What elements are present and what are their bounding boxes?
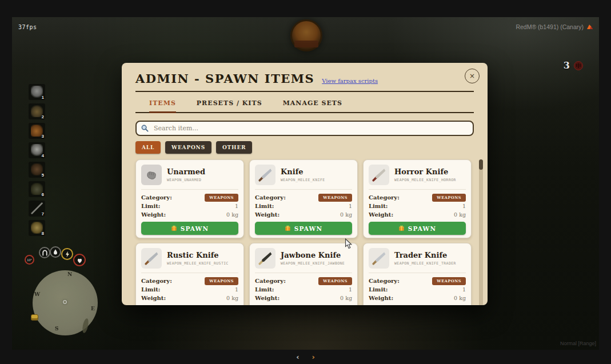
knife-icon bbox=[369, 165, 389, 185]
item-code: WEAPON_MELEE_KNIFE_RUSTIC bbox=[167, 261, 229, 266]
game-viewport: 37fps RedM® (b1491) (Canary) 3 Normal [R… bbox=[12, 17, 599, 350]
search-input[interactable] bbox=[135, 121, 474, 136]
modal-title: ADMIN - SPAWN ITEMS bbox=[135, 71, 314, 86]
water-drop-icon bbox=[50, 246, 61, 258]
voice-count: 3 bbox=[564, 60, 570, 71]
gift-icon bbox=[171, 225, 177, 231]
voice-range-label: Normal [Range] bbox=[560, 341, 596, 346]
spawn-button[interactable]: SPAWN bbox=[255, 222, 352, 235]
brand-label: RedM® (b1491) (Canary) bbox=[516, 23, 584, 30]
hotbar-slot: 7 bbox=[29, 201, 45, 217]
redm-logo-icon bbox=[586, 24, 593, 30]
spawn-items-modal: ADMIN - SPAWN ITEMS View farpax scripts … bbox=[122, 63, 488, 305]
spawn-button[interactable]: SPAWN bbox=[369, 222, 466, 235]
prev-arrow[interactable]: ‹ bbox=[296, 353, 299, 361]
map-terrain-mark bbox=[81, 318, 89, 333]
search-bar bbox=[135, 121, 474, 136]
item-name: Horror Knife bbox=[394, 167, 456, 176]
lightning-icon bbox=[61, 248, 73, 260]
item-name: Knife bbox=[281, 167, 325, 176]
gift-icon bbox=[398, 225, 405, 231]
voice-indicator: 3 bbox=[564, 60, 583, 71]
heart-icon bbox=[73, 254, 86, 266]
category-badge: WEAPONS bbox=[318, 277, 352, 285]
minimap-compass: N W E S bbox=[33, 270, 98, 335]
satchel-icon bbox=[31, 314, 38, 321]
scrollbar-thumb[interactable] bbox=[479, 159, 483, 170]
hotbar-slot: 8 bbox=[29, 220, 45, 236]
knife-icon bbox=[255, 165, 275, 185]
hotbar-slot: 3 bbox=[29, 123, 45, 139]
item-code: WEAPON_MELEE_KNIFE_JAWBONE bbox=[281, 261, 345, 266]
item-name: Rustic Knife bbox=[167, 251, 229, 259]
category-badge: WEAPONS bbox=[205, 277, 238, 285]
item-code: WEAPON_MELEE_KNIFE_HORROR bbox=[394, 178, 456, 182]
close-icon: × bbox=[469, 72, 475, 80]
knife-icon bbox=[369, 248, 389, 269]
hotbar-slot: 2 bbox=[29, 103, 45, 119]
player-marker bbox=[63, 300, 67, 304]
filter-other-button[interactable]: OTHER bbox=[216, 141, 252, 154]
farpax-scripts-link[interactable]: View farpax scripts bbox=[322, 78, 378, 84]
category-badge: WEAPONS bbox=[205, 194, 238, 202]
tab-bar: ITEMS PRESETS / KITS MANAGE SETS bbox=[135, 92, 474, 113]
item-name: Trader Knife bbox=[394, 251, 456, 259]
redm-brand: RedM® (b1491) (Canary) bbox=[516, 23, 593, 30]
filter-bar: ALL WEAPONS OTHER bbox=[135, 141, 474, 154]
filter-weapons-button[interactable]: WEAPONS bbox=[165, 141, 211, 154]
search-icon bbox=[141, 124, 149, 133]
horseshoe-icon bbox=[39, 247, 50, 258]
hotbar-slot: 1 bbox=[29, 84, 45, 100]
modal-header: ADMIN - SPAWN ITEMS View farpax scripts … bbox=[122, 63, 488, 91]
item-card: Rustic Knife WEAPON_MELEE_KNIFE_RUSTIC C… bbox=[135, 243, 244, 305]
items-grid-wrap: Unarmed WEAPON_UNARMED Category:WEAPONS … bbox=[135, 159, 474, 305]
hotbar: 1 2 3 4 5 6 7 8 bbox=[29, 84, 45, 236]
item-card: Unarmed WEAPON_UNARMED Category:WEAPONS … bbox=[135, 159, 244, 238]
server-logo bbox=[290, 19, 322, 51]
fps-counter: 37fps bbox=[18, 24, 37, 30]
temperature-badge: 10° bbox=[25, 255, 34, 265]
spawn-button[interactable]: SPAWN bbox=[141, 222, 238, 235]
next-arrow[interactable]: › bbox=[312, 353, 315, 361]
item-name: Unarmed bbox=[167, 167, 205, 176]
pager: ‹ › bbox=[0, 350, 611, 364]
item-card: Knife WEAPON_MELEE_KNIFE Category:WEAPON… bbox=[249, 159, 358, 238]
tab-items[interactable]: ITEMS bbox=[149, 99, 176, 113]
tab-manage-sets[interactable]: MANAGE SETS bbox=[283, 99, 342, 112]
item-name: Jawbone Knife bbox=[281, 251, 345, 259]
scrollbar-track[interactable] bbox=[479, 159, 483, 305]
item-code: WEAPON_MELEE_KNIFE bbox=[281, 178, 325, 182]
knife-icon bbox=[255, 248, 275, 269]
hotbar-slot: 5 bbox=[29, 162, 45, 178]
item-code: WEAPON_UNARMED bbox=[167, 178, 205, 182]
item-card: Jawbone Knife WEAPON_MELEE_KNIFE_JAWBONE… bbox=[249, 243, 358, 305]
category-badge: WEAPONS bbox=[318, 194, 352, 202]
item-card: Trader Knife WEAPON_MELEE_KNIFE_TRADER C… bbox=[363, 243, 472, 305]
fist-icon bbox=[141, 165, 162, 185]
item-card: Horror Knife WEAPON_MELEE_KNIFE_HORROR C… bbox=[363, 159, 472, 238]
hotbar-slot: 6 bbox=[29, 181, 45, 197]
gift-icon bbox=[285, 225, 291, 231]
close-button[interactable]: × bbox=[465, 69, 480, 83]
voice-speaker-icon bbox=[574, 61, 583, 70]
filter-all-button[interactable]: ALL bbox=[135, 141, 161, 154]
tab-presets-kits[interactable]: PRESETS / KITS bbox=[197, 99, 262, 112]
items-grid: Unarmed WEAPON_UNARMED Category:WEAPONS … bbox=[135, 159, 472, 305]
category-badge: WEAPONS bbox=[432, 277, 466, 285]
screen: 37fps RedM® (b1491) (Canary) 3 Normal [R… bbox=[0, 0, 611, 364]
category-badge: WEAPONS bbox=[432, 194, 466, 202]
knife-icon bbox=[141, 248, 162, 269]
hotbar-slot: 4 bbox=[29, 142, 45, 158]
item-code: WEAPON_MELEE_KNIFE_TRADER bbox=[394, 261, 456, 266]
